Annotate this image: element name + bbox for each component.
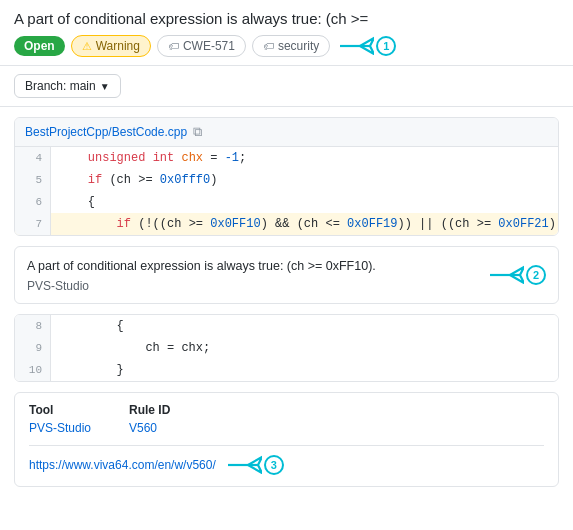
line-content-10: } xyxy=(51,359,132,381)
line-content-7: if (!((ch >= 0x0FF10) && (ch <= 0x0FF19)… xyxy=(51,213,558,235)
code-block-top: 4 unsigned int chx = -1; 5 if (ch >= 0x0… xyxy=(15,147,558,235)
arrow-left-icon-1 xyxy=(340,35,374,57)
line-content-4: unsigned int chx = -1; xyxy=(51,147,254,169)
warning-icon: ⚠ xyxy=(82,40,92,53)
tags-row: Open ⚠ Warning 🏷 CWE-571 🏷 security 1 xyxy=(14,35,559,57)
chevron-down-icon: ▼ xyxy=(100,81,110,92)
branch-selector[interactable]: Branch: main ▼ xyxy=(14,74,121,98)
info-grid: Tool Rule ID PVS-Studio V560 xyxy=(29,403,544,435)
line-content-8: { xyxy=(51,315,132,337)
cwe-tag: 🏷 CWE-571 xyxy=(157,35,246,57)
branch-bar: Branch: main ▼ xyxy=(0,66,573,107)
code-line-10: 10 } xyxy=(15,359,558,381)
branch-label: Branch: main xyxy=(25,79,96,93)
code-line-6: 6 { xyxy=(15,191,558,213)
line-number-10: 10 xyxy=(15,359,51,381)
arrow-left-icon-2 xyxy=(490,264,524,286)
line-number-5: 5 xyxy=(15,169,51,191)
tool-value: PVS-Studio xyxy=(29,421,129,435)
page-title: A part of conditional expression is alwa… xyxy=(14,10,559,27)
annotation-arrow-2: 2 xyxy=(490,264,546,286)
rule-value: V560 xyxy=(129,421,544,435)
tag-icon-cwe: 🏷 xyxy=(168,40,179,52)
arrow-left-icon-3 xyxy=(228,454,262,476)
line-content-6: { xyxy=(51,191,103,213)
annotation-text: A part of conditional expression is alwa… xyxy=(27,257,376,276)
open-badge: Open xyxy=(14,36,65,56)
section-divider xyxy=(29,445,544,446)
code-line-4: 4 unsigned int chx = -1; xyxy=(15,147,558,169)
line-content-5: if (ch >= 0x0fff0) xyxy=(51,169,225,191)
rule-header: Rule ID xyxy=(129,403,544,417)
annotation-arrow-1: 1 xyxy=(340,35,396,57)
copy-icon[interactable]: ⧉ xyxy=(193,124,202,140)
line-number-7: 7 xyxy=(15,213,51,235)
annotation-content: A part of conditional expression is alwa… xyxy=(27,257,376,293)
code-line-5: 5 if (ch >= 0x0fff0) xyxy=(15,169,558,191)
code-section-top: BestProjectCpp/BestCode.cpp ⧉ 4 unsigned… xyxy=(14,117,559,236)
code-line-8: 8 { xyxy=(15,315,558,337)
security-tag: 🏷 security xyxy=(252,35,330,57)
link-row: https://www.viva64.com/en/w/v560/ 3 xyxy=(29,454,544,476)
file-path-bar: BestProjectCpp/BestCode.cpp ⧉ xyxy=(15,118,558,147)
warning-badge: ⚠ Warning xyxy=(71,35,151,57)
tag-icon-security: 🏷 xyxy=(263,40,274,52)
annotation-number-1: 1 xyxy=(376,36,396,56)
annotation-number-2: 2 xyxy=(526,265,546,285)
line-number-6: 6 xyxy=(15,191,51,213)
rule-link[interactable]: https://www.viva64.com/en/w/v560/ xyxy=(29,458,216,472)
annotation-source: PVS-Studio xyxy=(27,279,376,293)
annotation-arrow-3: 3 xyxy=(228,454,284,476)
code-block-bottom: 8 { 9 ch = chx; 10 } xyxy=(15,315,558,381)
page-header: A part of conditional expression is alwa… xyxy=(0,0,573,66)
line-content-9: ch = chx; xyxy=(51,337,218,359)
file-path-link[interactable]: BestProjectCpp/BestCode.cpp xyxy=(25,125,187,139)
annotation-number-3: 3 xyxy=(264,455,284,475)
line-number-9: 9 xyxy=(15,337,51,359)
code-line-9: 9 ch = chx; xyxy=(15,337,558,359)
code-line-7: 7 if (!((ch >= 0x0FF10) && (ch <= 0x0FF1… xyxy=(15,213,558,235)
code-section-bottom: 8 { 9 ch = chx; 10 } xyxy=(14,314,559,382)
tool-info-section: Tool Rule ID PVS-Studio V560 https://www… xyxy=(14,392,559,487)
line-number-4: 4 xyxy=(15,147,51,169)
line-number-8: 8 xyxy=(15,315,51,337)
tool-header: Tool xyxy=(29,403,129,417)
annotation-box: A part of conditional expression is alwa… xyxy=(14,246,559,304)
